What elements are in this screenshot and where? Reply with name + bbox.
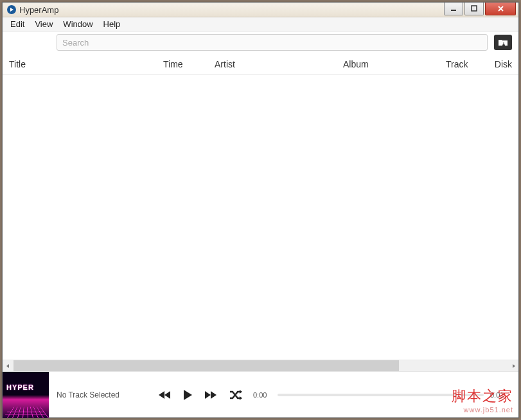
col-artist[interactable]: Artist xyxy=(215,59,343,69)
svg-marker-10 xyxy=(211,391,216,399)
svg-marker-4 xyxy=(6,364,9,368)
close-button[interactable] xyxy=(485,3,516,15)
column-headers: Title Time Artist Album Track Disk xyxy=(3,53,518,75)
progress-area: 0:00 0:01 xyxy=(243,391,518,399)
album-art: HYPER xyxy=(3,372,49,418)
svg-marker-7 xyxy=(164,391,170,399)
svg-marker-9 xyxy=(205,391,211,399)
minimize-button[interactable] xyxy=(444,3,463,15)
app-icon xyxy=(6,4,17,15)
player-bar: HYPER No Track Selected 0:00 xyxy=(3,371,518,417)
menu-window[interactable]: Window xyxy=(58,18,98,30)
album-art-logo: HYPER xyxy=(6,383,45,391)
col-album[interactable]: Album xyxy=(343,59,446,69)
col-track[interactable]: Track xyxy=(446,59,491,69)
svg-marker-6 xyxy=(159,391,164,399)
search-row xyxy=(3,31,518,53)
svg-rect-2 xyxy=(451,10,456,11)
col-time[interactable]: Time xyxy=(163,59,215,69)
library-folder-button[interactable] xyxy=(494,35,512,50)
track-list[interactable] xyxy=(3,75,518,360)
now-playing-label: No Track Selected xyxy=(49,390,158,399)
time-current: 0:00 xyxy=(253,391,271,399)
svg-marker-8 xyxy=(184,390,192,400)
playback-controls xyxy=(158,389,243,401)
col-title[interactable]: Title xyxy=(9,59,163,69)
next-button[interactable] xyxy=(204,390,217,400)
svg-marker-12 xyxy=(240,396,242,400)
scroll-track[interactable] xyxy=(13,360,508,371)
menu-help[interactable]: Help xyxy=(98,18,126,30)
search-input[interactable] xyxy=(57,34,488,51)
shuffle-button[interactable] xyxy=(229,389,243,401)
svg-rect-3 xyxy=(472,6,477,11)
window-controls xyxy=(444,3,518,15)
time-total: 0:01 xyxy=(490,391,508,399)
titlebar: HyperAmp xyxy=(3,3,518,17)
scroll-thumb[interactable] xyxy=(13,360,399,371)
menu-view[interactable]: View xyxy=(30,18,58,30)
app-window: HyperAmp Edit View Window Help Ti xyxy=(2,2,519,418)
col-disk[interactable]: Disk xyxy=(495,59,512,69)
maximize-button[interactable] xyxy=(464,3,484,15)
progress-bar[interactable] xyxy=(278,394,484,396)
menubar: Edit View Window Help xyxy=(3,17,518,31)
svg-marker-11 xyxy=(240,390,242,394)
horizontal-scrollbar[interactable] xyxy=(3,360,518,371)
svg-marker-5 xyxy=(513,364,515,368)
window-title: HyperAmp xyxy=(19,5,58,15)
menu-edit[interactable]: Edit xyxy=(5,18,30,30)
play-button[interactable] xyxy=(182,389,193,401)
previous-button[interactable] xyxy=(158,390,171,400)
scroll-right-arrow[interactable] xyxy=(508,360,518,371)
scroll-left-arrow[interactable] xyxy=(3,360,13,371)
